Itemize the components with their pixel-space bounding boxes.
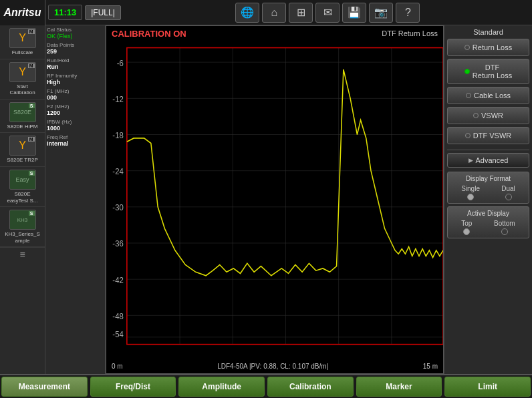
info-data-points: Data Points 259 <box>47 42 104 55</box>
easytest-icon: Easy S <box>9 170 36 190</box>
globe-icon-btn[interactable]: 🌐 <box>235 3 259 23</box>
dtf-return-loss-btn[interactable]: DTFReturn Loss <box>447 59 529 84</box>
advanced-btn[interactable]: ▶ Advanced <box>447 153 529 168</box>
return-loss-indicator <box>464 45 470 50</box>
main-area: Y M Fullscale Y M StartCalibration S820E… <box>0 25 532 374</box>
chart-svg: -6 -12 -18 -24 -30 -36 -42 -48 -54 <box>106 26 443 373</box>
badge-m: M <box>28 29 35 34</box>
display-format-box: Display Format Single Dual <box>447 172 529 204</box>
format-single-label: Single <box>461 185 480 192</box>
calibration-btn[interactable]: Calibration <box>267 377 354 397</box>
display-bottom-radio[interactable] <box>501 228 508 235</box>
camera-icon-btn[interactable]: 📷 <box>369 3 393 23</box>
advanced-label: Advanced <box>476 156 509 164</box>
sidebar-label-kh3: KH3_Series_Sample <box>5 231 39 244</box>
top-bar: Anritsu 11:13 |FULL| 🌐 ⌂ ⊞ ✉ 💾 📷 ? <box>0 0 532 25</box>
chart-title: CALIBRATION ON <box>112 29 186 39</box>
logo: Anritsu <box>0 0 45 25</box>
dtf-vswr-indicator <box>465 133 471 138</box>
sidebar-label-startcal: StartCalibration <box>9 83 35 96</box>
info-f2: F2 (MHz) 1200 <box>47 104 104 116</box>
sidebar-label-s820e-tr2p: S820E TR2P <box>7 157 38 164</box>
format-dual-radio[interactable] <box>505 194 512 200</box>
cal-status-value: OK (Flex) <box>47 33 104 39</box>
format-dual-label: Dual <box>501 185 515 192</box>
display-bottom-label: Bottom <box>494 220 515 227</box>
info-run-hold: Run/Hold Run <box>47 57 104 70</box>
right-section-label: Standard <box>447 28 529 36</box>
info-rf-immunity: RF Immunity High <box>47 73 104 85</box>
svg-text:-24: -24 <box>112 167 124 176</box>
sidebar-item-easytest[interactable]: Easy S S820EeasyTest S... <box>0 167 45 207</box>
top-icon-bar: 🌐 ⌂ ⊞ ✉ 💾 📷 ? <box>124 3 532 23</box>
settings-row[interactable]: ≡ <box>0 247 45 261</box>
logo-text: Anritsu <box>4 7 41 19</box>
active-display-box: Active Display Top Bottom <box>447 206 529 238</box>
save-icon-btn[interactable]: 💾 <box>342 3 366 23</box>
display-options: Top Bottom <box>450 220 526 235</box>
sidebar-item-fullscale[interactable]: Y M Fullscale <box>0 25 45 59</box>
format-options: Single Dual <box>450 185 526 200</box>
sidebar-item-startcal[interactable]: Y M StartCalibration <box>0 59 45 100</box>
sidebar-label-fullscale: Fullscale <box>12 49 33 56</box>
dtf-vswr-btn[interactable]: DTF VSWR <box>447 127 529 144</box>
badge-s2: S <box>29 171 35 176</box>
badge-s3: S <box>29 211 35 216</box>
right-sidebar: Standard Return Loss DTFReturn Loss Cabl… <box>444 25 532 374</box>
full-badge[interactable]: |FULL| <box>85 5 121 20</box>
envelope-icon-btn[interactable]: ✉ <box>315 3 340 23</box>
chart-subtitle: DTF Return Loss <box>382 29 438 37</box>
dtf-return-loss-indicator <box>464 69 470 74</box>
display-top-radio[interactable] <box>463 228 470 235</box>
grid-icon-btn[interactable]: ⊞ <box>289 3 313 23</box>
chart-bottom-bar: 0 m LDF4-50A |PV: 0.88, CL: 0.107 dB/m| … <box>106 359 443 373</box>
marker-btn[interactable]: Marker <box>356 377 442 397</box>
chart-title-bar: CALIBRATION ON DTF Return Loss <box>106 26 443 41</box>
svg-text:-42: -42 <box>112 275 123 284</box>
freq-dist-btn[interactable]: Freq/Dist <box>90 377 176 397</box>
format-option-single[interactable]: Single <box>461 185 480 200</box>
display-top-label: Top <box>461 220 472 227</box>
svg-text:-30: -30 <box>112 203 123 212</box>
time-display: 11:13 <box>48 5 82 20</box>
badge-m3: M <box>28 137 35 142</box>
sidebar-item-kh3[interactable]: KH3 S KH3_Series_Sample <box>0 207 45 247</box>
svg-text:-12: -12 <box>112 94 123 103</box>
chart-area: CALIBRATION ON DTF Return Loss <box>106 25 444 374</box>
amplitude-btn[interactable]: Amplitude <box>178 377 265 397</box>
svg-text:-6: -6 <box>117 58 124 67</box>
format-single-radio[interactable] <box>467 194 474 200</box>
svg-text:-36: -36 <box>112 239 123 248</box>
measurement-btn[interactable]: Measurement <box>1 377 88 397</box>
limit-btn[interactable]: Limit <box>444 377 531 397</box>
left-sidebar: Y M Fullscale Y M StartCalibration S820E… <box>0 25 45 374</box>
svg-text:-54: -54 <box>112 330 124 339</box>
s820e-hipm-icon: S820E S <box>9 102 36 122</box>
info-ifbw: IFBW (Hz) 1000 <box>47 119 104 132</box>
display-option-top[interactable]: Top <box>461 220 472 235</box>
badge-m2: M <box>28 63 35 68</box>
vswr-indicator <box>473 113 479 118</box>
badge-s1: S <box>29 104 35 108</box>
return-loss-btn[interactable]: Return Loss <box>447 39 529 56</box>
info-freq-ref: Freq Ref Internal <box>47 134 104 147</box>
home-icon-btn[interactable]: ⌂ <box>262 3 286 23</box>
right-divider <box>447 150 529 150</box>
startcal-icon: Y M <box>9 62 36 82</box>
chart-x-start: 0 m <box>112 363 123 370</box>
svg-rect-16 <box>127 48 443 345</box>
format-option-dual[interactable]: Dual <box>501 185 515 200</box>
vswr-btn[interactable]: VSWR <box>447 107 529 124</box>
sidebar-item-s820e-tr2p[interactable]: Y M S820E TR2P <box>0 133 45 167</box>
bottom-toolbar: Measurement Freq/Dist Amplitude Calibrat… <box>0 374 532 398</box>
display-option-bottom[interactable]: Bottom <box>494 220 515 235</box>
help-icon-btn[interactable]: ? <box>396 3 420 23</box>
sidebar-item-s820e-hipm[interactable]: S820E S S820E HiPM <box>0 100 45 134</box>
cable-loss-btn[interactable]: Cable Loss <box>447 87 529 104</box>
svg-text:-48: -48 <box>112 311 123 320</box>
svg-text:-18: -18 <box>112 131 123 140</box>
sidebar-label-s820e-hipm: S820E HiPM <box>7 124 38 130</box>
info-panel: Cal Status OK (Flex) Data Points 259 Run… <box>45 25 106 374</box>
chart-x-end: 15 m <box>423 363 438 370</box>
s820e-tr2p-icon: Y M <box>9 136 36 156</box>
